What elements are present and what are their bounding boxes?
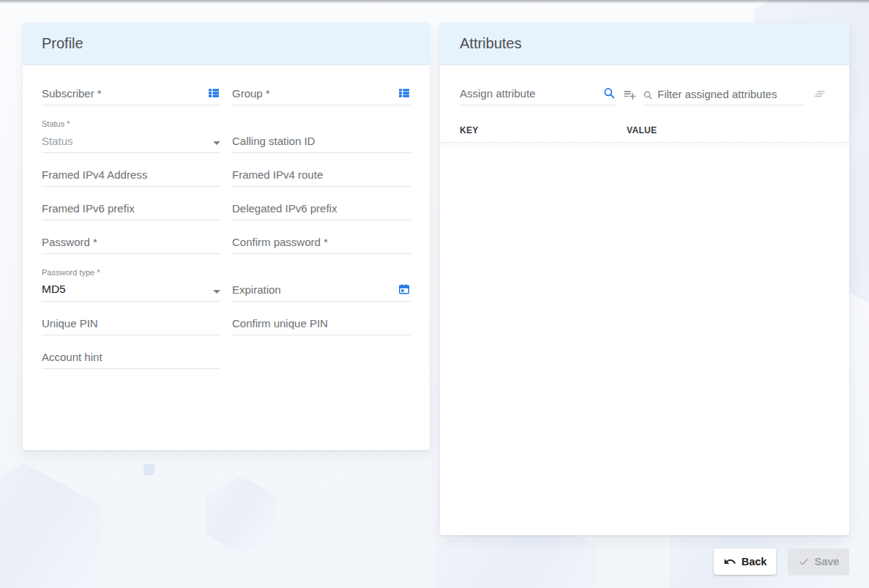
field-calling-station-id: [232, 133, 411, 153]
password-type-value: MD5: [42, 283, 207, 296]
save-button-label: Save: [815, 556, 840, 567]
attributes-panel-title: Attributes: [460, 35, 521, 52]
column-header-key: KEY: [460, 125, 627, 135]
table-divider-band: [440, 143, 849, 149]
expiration-input[interactable]: [232, 283, 392, 296]
unique-pin-input[interactable]: [42, 317, 220, 330]
attributes-table-header: KEY VALUE: [440, 125, 849, 135]
profile-panel-header: Profile: [23, 23, 430, 65]
undo-arrow-icon: [723, 555, 736, 568]
calling-station-id-input[interactable]: [232, 135, 411, 147]
attributes-toolbar: [440, 65, 849, 105]
dropdown-arrow-icon[interactable]: [213, 141, 220, 147]
password-type-label: Password type *: [42, 268, 220, 277]
group-input[interactable]: [232, 87, 392, 100]
field-expiration: [232, 282, 411, 302]
field-framed-ipv4-address: [42, 167, 220, 187]
calendar-icon[interactable]: [398, 283, 411, 296]
field-unique-pin: [42, 316, 220, 335]
back-button[interactable]: Back: [714, 548, 776, 575]
attributes-panel-header: Attributes: [440, 23, 849, 65]
status-select-value: Status: [42, 135, 207, 147]
playlist-add-icon[interactable]: [622, 87, 637, 102]
field-password: [42, 234, 220, 254]
field-status: Status * Status: [42, 119, 220, 153]
save-button[interactable]: Save: [788, 548, 849, 575]
profile-panel: Profile Status * Status: [23, 23, 430, 450]
background-square: [143, 464, 154, 475]
field-password-type: Password type * MD5: [42, 268, 220, 302]
search-icon: [643, 90, 653, 100]
field-group: [232, 86, 411, 105]
sort-icon[interactable]: [813, 89, 827, 100]
search-icon[interactable]: [603, 86, 616, 100]
list-icon[interactable]: [398, 86, 411, 100]
field-subscriber: [42, 86, 220, 105]
confirm-password-input[interactable]: [232, 236, 411, 248]
field-delegated-ipv6-prefix: [232, 201, 411, 220]
field-confirm-unique-pin: [232, 316, 411, 335]
list-icon[interactable]: [207, 86, 220, 100]
confirm-unique-pin-input[interactable]: [232, 317, 411, 330]
assign-attribute-input[interactable]: [460, 87, 597, 100]
profile-form: Status * Status: [23, 65, 430, 369]
attributes-panel: Attributes KEY VALUE: [440, 23, 849, 535]
password-input[interactable]: [42, 236, 220, 248]
profile-panel-title: Profile: [42, 35, 83, 52]
filter-assigned-input[interactable]: [657, 88, 803, 100]
back-button-label: Back: [742, 556, 767, 567]
status-select[interactable]: Status: [42, 133, 220, 153]
field-confirm-password: [232, 234, 411, 254]
check-icon: [798, 556, 810, 567]
top-toolbar-shadow: [0, 0, 869, 4]
field-framed-ipv6-prefix: [42, 201, 220, 220]
field-filter-assigned: [643, 86, 803, 105]
column-header-value: VALUE: [627, 125, 829, 135]
dropdown-arrow-icon[interactable]: [213, 290, 220, 296]
framed-ipv4-route-input[interactable]: [232, 168, 411, 181]
background-cube: [0, 463, 102, 588]
account-hint-input[interactable]: [42, 351, 220, 363]
framed-ipv4-address-input[interactable]: [42, 168, 220, 181]
delegated-ipv6-prefix-input[interactable]: [232, 202, 411, 215]
subscriber-input[interactable]: [42, 87, 201, 100]
background-cube: [206, 476, 277, 554]
field-framed-ipv4-route: [232, 167, 411, 187]
status-label: Status *: [42, 119, 220, 128]
framed-ipv6-prefix-input[interactable]: [42, 202, 220, 215]
password-type-select[interactable]: MD5: [42, 282, 220, 302]
field-assign-attribute: [460, 86, 616, 105]
field-account-hint: [42, 349, 220, 369]
